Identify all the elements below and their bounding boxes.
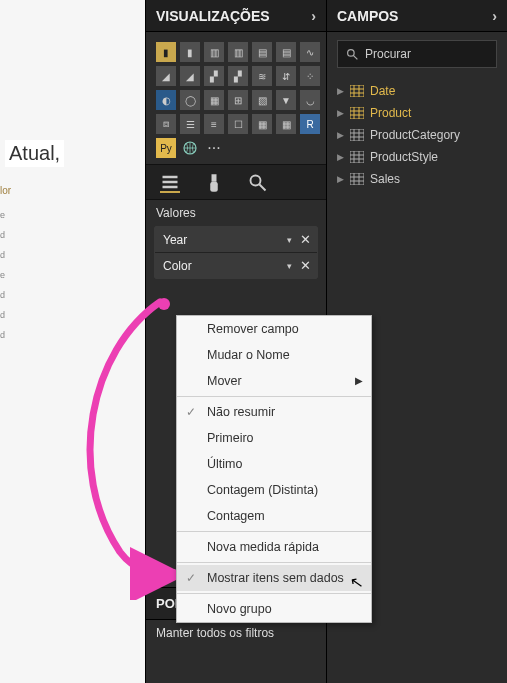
viz-slicer-icon[interactable]: ☐ (228, 114, 248, 134)
viz-clustered-bar-icon[interactable]: ▥ (204, 42, 224, 62)
chevron-right-icon: › (311, 8, 316, 24)
viz-100-stacked-bar-icon[interactable]: ▤ (252, 42, 272, 62)
table-item-productcategory[interactable]: ▶ ProductCategory (327, 124, 507, 146)
menu-count-distinct[interactable]: Contagem (Distinta) (177, 477, 371, 503)
viz-line-clustered-column-icon[interactable]: ▞ (228, 66, 248, 86)
visualizations-header[interactable]: VISUALIZAÇÕES › (146, 0, 326, 32)
expand-icon: ▶ (337, 108, 344, 118)
table-icon (350, 151, 364, 163)
viz-treemap-icon[interactable]: ▦ (204, 90, 224, 110)
fields-title: CAMPOS (337, 8, 398, 24)
table-icon (350, 173, 364, 185)
expand-icon: ▶ (337, 86, 344, 96)
menu-separator (177, 396, 371, 397)
visual-title: Atual, (5, 140, 64, 167)
search-icon (346, 48, 359, 61)
field-chip-color[interactable]: Color ▾ ✕ (155, 253, 317, 278)
table-icon (350, 107, 364, 119)
fields-table-list: ▶ Date ▶ Product ▶ ProductCategory ▶ Pro… (327, 76, 507, 194)
viz-stacked-bar-icon[interactable]: ▮ (156, 42, 176, 62)
menu-separator (177, 531, 371, 532)
menu-move[interactable]: Mover ▶ (177, 368, 371, 394)
viz-multi-row-card-icon[interactable]: ☰ (180, 114, 200, 134)
viz-card-icon[interactable]: ⧈ (156, 114, 176, 134)
field-chip-year[interactable]: Year ▾ ✕ (155, 227, 317, 253)
remove-field-icon[interactable]: ✕ (300, 232, 311, 247)
expand-icon: ▶ (337, 174, 344, 184)
viz-line-stacked-column-icon[interactable]: ▞ (204, 66, 224, 86)
format-tab-icon[interactable] (204, 173, 224, 193)
viz-gauge-icon[interactable]: ◡ (300, 90, 320, 110)
table-item-sales[interactable]: ▶ Sales (327, 168, 507, 190)
menu-remove-field[interactable]: Remover campo (177, 316, 371, 342)
viz-donut-icon[interactable]: ◯ (180, 90, 200, 110)
values-field-well[interactable]: Year ▾ ✕ Color ▾ ✕ (154, 226, 318, 279)
svg-point-6 (251, 176, 261, 186)
menu-rename[interactable]: Mudar o Nome (177, 342, 371, 368)
viz-arcgis-icon[interactable] (180, 138, 200, 158)
viz-ribbon-icon[interactable]: ≋ (252, 66, 272, 86)
viz-matrix-icon[interactable]: ▦ (276, 114, 296, 134)
menu-new-group[interactable]: Novo grupo (177, 596, 371, 622)
table-name: ProductStyle (370, 150, 438, 164)
table-name: ProductCategory (370, 128, 460, 142)
svg-rect-2 (163, 181, 178, 184)
fields-header[interactable]: CAMPOS › (327, 0, 507, 32)
menu-separator (177, 593, 371, 594)
visual-subtitle: lor (0, 185, 11, 196)
fields-tab-icon[interactable] (160, 173, 180, 193)
table-item-productstyle[interactable]: ▶ ProductStyle (327, 146, 507, 168)
fields-search-input[interactable]: Procurar (337, 40, 497, 68)
expand-icon: ▶ (337, 130, 344, 140)
menu-count[interactable]: Contagem (177, 503, 371, 529)
table-name: Date (370, 84, 395, 98)
search-placeholder: Procurar (365, 47, 411, 61)
viz-waterfall-icon[interactable]: ⇵ (276, 66, 296, 86)
svg-rect-10 (350, 85, 364, 97)
viz-map-icon[interactable]: ⊞ (228, 90, 248, 110)
table-item-product[interactable]: ▶ Product (327, 102, 507, 124)
keep-all-filters-label: Manter todos os filtros (146, 620, 326, 646)
chip-dropdown-icon[interactable]: ▾ (287, 235, 292, 245)
svg-rect-15 (350, 107, 364, 119)
table-name: Sales (370, 172, 400, 186)
viz-scatter-icon[interactable]: ⁘ (300, 66, 320, 86)
menu-show-no-data-label: Mostrar itens sem dados (207, 571, 344, 585)
menu-move-label: Mover (207, 374, 242, 388)
menu-first[interactable]: Primeiro (177, 425, 371, 451)
svg-rect-4 (212, 174, 217, 182)
remove-field-icon[interactable]: ✕ (300, 258, 311, 273)
viz-stacked-column-icon[interactable]: ▮ (180, 42, 200, 62)
chevron-right-icon: › (492, 8, 497, 24)
expand-icon: ▶ (337, 152, 344, 162)
table-icon (350, 129, 364, 141)
menu-dont-summarize[interactable]: ✓ Não resumir (177, 399, 371, 425)
analytics-tab-icon[interactable] (248, 173, 268, 193)
viz-more-icon[interactable]: ··· (204, 138, 224, 158)
report-canvas: Atual, lor e d d e d d d (0, 0, 145, 683)
viz-clustered-column-icon[interactable]: ▥ (228, 42, 248, 62)
viz-table-icon[interactable]: ▦ (252, 114, 272, 134)
menu-show-items-no-data[interactable]: ✓ Mostrar itens sem dados (177, 565, 371, 591)
menu-dont-summarize-label: Não resumir (207, 405, 275, 419)
viz-r-script-icon[interactable]: R (300, 114, 320, 134)
viz-100-stacked-column-icon[interactable]: ▤ (276, 42, 296, 62)
viz-python-icon[interactable]: Py (156, 138, 176, 158)
viz-kpi-icon[interactable]: ≡ (204, 114, 224, 134)
viz-line-icon[interactable]: ∿ (300, 42, 320, 62)
field-chip-label: Color (163, 259, 192, 273)
chip-dropdown-icon[interactable]: ▾ (287, 261, 292, 271)
menu-last[interactable]: Último (177, 451, 371, 477)
viz-pie-icon[interactable]: ◐ (156, 90, 176, 110)
viz-filled-map-icon[interactable]: ▧ (252, 90, 272, 110)
field-chip-label: Year (163, 233, 187, 247)
menu-new-quick-measure[interactable]: Nova medida rápida (177, 534, 371, 560)
table-icon (350, 85, 364, 97)
viz-stacked-area-icon[interactable]: ◢ (180, 66, 200, 86)
field-context-menu: Remover campo Mudar o Nome Mover ▶ ✓ Não… (176, 315, 372, 623)
viz-funnel-icon[interactable]: ▼ (276, 90, 296, 110)
check-icon: ✓ (186, 405, 196, 419)
svg-rect-3 (163, 186, 178, 189)
table-item-date[interactable]: ▶ Date (327, 80, 507, 102)
viz-area-icon[interactable]: ◢ (156, 66, 176, 86)
